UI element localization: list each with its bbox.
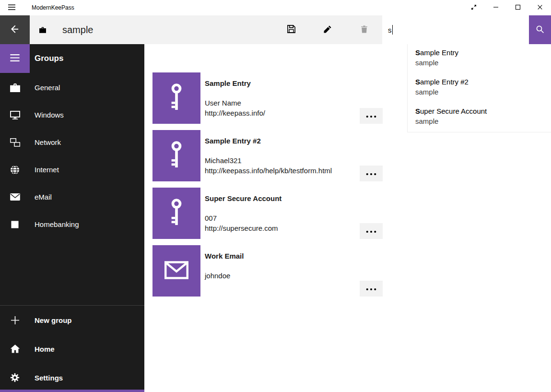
key-icon xyxy=(168,83,185,113)
sidebar-item-label: New group xyxy=(35,316,72,324)
entry-info: Sample Entry User Name http://keepass.in… xyxy=(205,72,265,124)
sidebar-item-email[interactable]: eMail xyxy=(0,183,144,211)
sidebar-item-general[interactable]: General xyxy=(0,74,144,101)
entry-details: Michael321 http://keepass.info/help/kb/t… xyxy=(205,155,332,176)
briefcase-icon xyxy=(0,83,30,92)
ellipsis-icon xyxy=(366,170,376,177)
hamburger-icon xyxy=(10,54,20,63)
settings-button[interactable]: Settings xyxy=(0,363,144,392)
search-magnifier-icon xyxy=(536,25,544,35)
entry-username: User Name xyxy=(205,98,265,108)
ellipsis-icon xyxy=(366,227,376,235)
entry-info: Work Email johndoe xyxy=(205,245,244,297)
entry-details: johndoe xyxy=(205,271,244,281)
close-button[interactable] xyxy=(529,0,551,15)
key-icon xyxy=(168,141,185,170)
entry-title: Super Secure Account xyxy=(205,194,281,203)
more-options-button[interactable] xyxy=(360,281,383,297)
command-bar: sample xyxy=(0,15,551,44)
close-icon xyxy=(537,4,543,12)
edit-pencil-icon xyxy=(323,25,332,35)
entry-tile xyxy=(152,188,200,239)
sidebar-item-label: Windows xyxy=(35,111,64,119)
entry-username: johndoe xyxy=(205,271,244,281)
suggestion-title: Sample Entry xyxy=(415,48,543,58)
home-button[interactable]: Home xyxy=(0,334,144,363)
entry-row-sample-entry-2[interactable]: Sample Entry #2 Michael321 http://keepas… xyxy=(152,130,383,181)
minimize-icon xyxy=(493,4,499,12)
sidebar-item-windows[interactable]: Windows xyxy=(0,101,144,129)
app-menu-button[interactable] xyxy=(0,0,23,15)
entry-info: Sample Entry #2 Michael321 http://keepas… xyxy=(205,130,332,181)
fullscreen-button[interactable] xyxy=(463,0,485,15)
entry-row-sample-entry[interactable]: Sample Entry User Name http://keepass.in… xyxy=(152,72,383,124)
fullscreen-icon xyxy=(471,4,477,12)
more-options-button[interactable] xyxy=(360,108,383,124)
home-icon xyxy=(0,344,30,354)
suggestion-item-sample-entry[interactable]: Sample Entry sample xyxy=(408,44,551,73)
nav-pane-toggle-button[interactable] xyxy=(0,44,30,73)
sidebar-item-label: General xyxy=(35,83,60,92)
entry-row-super-secure-account[interactable]: Super Secure Account 007 http://supersec… xyxy=(152,188,383,239)
sidebar-item-network[interactable]: Network xyxy=(0,129,144,156)
ellipsis-icon xyxy=(366,112,376,119)
sidebar-item-label: eMail xyxy=(35,193,52,201)
suggestion-group: sample xyxy=(415,116,543,126)
entry-tile xyxy=(152,130,200,181)
entry-username: Michael321 xyxy=(205,155,332,166)
back-arrow-icon xyxy=(10,24,20,36)
sidebar-item-homebanking[interactable]: Homebanking xyxy=(0,211,144,238)
sidebar-spacer xyxy=(0,238,144,305)
commandbar-actions xyxy=(273,15,382,44)
network-icon xyxy=(0,138,30,147)
database-briefcase-icon xyxy=(39,26,46,35)
suggestion-group: sample xyxy=(415,58,543,68)
trash-icon xyxy=(360,25,368,35)
group-list: General Windows Network xyxy=(0,74,144,238)
suggestion-title: Super Secure Account xyxy=(415,107,543,116)
search-input[interactable]: s xyxy=(382,15,529,44)
key-icon xyxy=(168,199,185,228)
new-group-button[interactable]: New group xyxy=(0,306,144,334)
sidebar-header: Groups xyxy=(0,44,144,73)
entry-details: User Name http://keepass.info/ xyxy=(205,98,265,118)
more-options-button[interactable] xyxy=(360,166,383,181)
sidebar-item-label: Internet xyxy=(35,166,59,174)
delete-button[interactable] xyxy=(346,15,382,44)
groups-heading: Groups xyxy=(35,44,63,73)
entry-row-work-email[interactable]: Work Email johndoe xyxy=(152,245,383,297)
plus-icon xyxy=(0,316,30,325)
maximize-button[interactable] xyxy=(507,0,529,15)
sidebar: Groups General Windows xyxy=(0,44,144,392)
ellipsis-icon xyxy=(366,285,376,292)
sidebar-item-label: Homebanking xyxy=(35,220,79,228)
entry-list: Sample Entry User Name http://keepass.in… xyxy=(152,72,383,303)
edit-button[interactable] xyxy=(309,15,346,44)
search-suggestions-flyout: Sample Entry sample Sample Entry #2 samp… xyxy=(407,44,551,132)
entry-url: http://supersecure.com xyxy=(205,223,281,233)
sidebar-actions: New group Home xyxy=(0,306,144,392)
more-options-button[interactable] xyxy=(360,223,383,239)
sidebar-item-label: Home xyxy=(35,345,55,353)
envelope-icon xyxy=(0,193,30,201)
monitor-icon xyxy=(0,111,30,119)
entry-details: 007 http://supersecure.com xyxy=(205,213,281,233)
maximize-icon xyxy=(515,4,521,12)
app-title: ModernKeePass xyxy=(32,4,74,11)
suggestion-item-super-secure-account[interactable]: Super Secure Account sample xyxy=(408,103,551,132)
entry-url: http://keepass.info/help/kb/testform.htm… xyxy=(205,166,332,176)
search-button[interactable] xyxy=(529,15,551,44)
sidebar-accent-strip xyxy=(0,390,144,392)
minimize-button[interactable] xyxy=(485,0,507,15)
suggestion-group: sample xyxy=(415,87,543,97)
entry-tile xyxy=(152,245,200,297)
envelope-icon xyxy=(164,261,188,281)
text-caret xyxy=(392,25,393,35)
sidebar-item-internet[interactable]: Internet xyxy=(0,156,144,183)
entry-url: http://keepass.info/ xyxy=(205,108,265,118)
save-button[interactable] xyxy=(273,15,309,44)
hamburger-icon xyxy=(8,4,15,12)
suggestion-item-sample-entry-2[interactable]: Sample Entry #2 sample xyxy=(408,73,551,103)
back-button[interactable] xyxy=(0,15,30,44)
entry-username: 007 xyxy=(205,213,281,223)
